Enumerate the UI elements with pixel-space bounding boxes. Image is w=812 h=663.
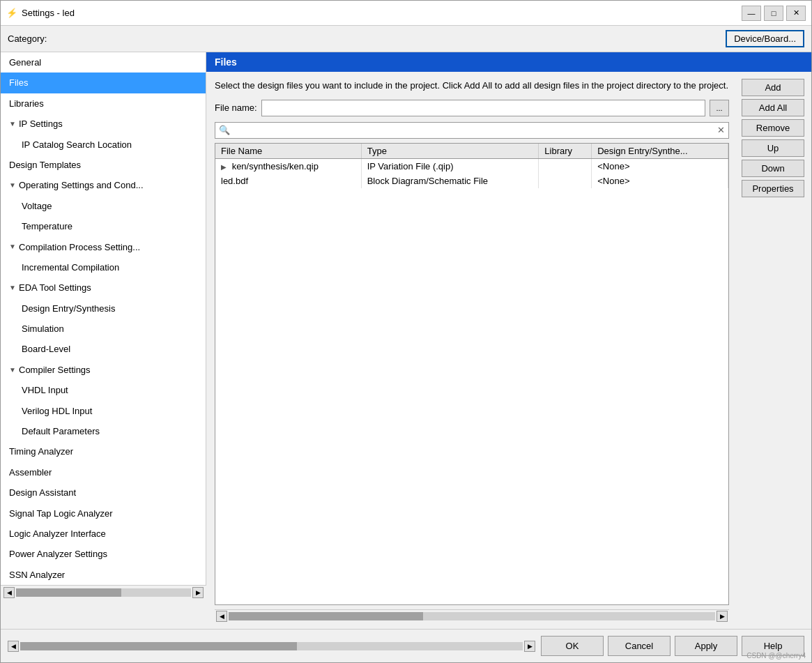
sidebar-scroll-thumb: [16, 588, 121, 597]
search-row: 🔍 ✕: [215, 122, 729, 139]
sidebar-scroll-right[interactable]: ▶: [192, 587, 204, 598]
sidebar-item-general[interactable]: General: [1, 52, 206, 73]
sidebar-bottom-scroll-right[interactable]: ▶: [524, 641, 535, 652]
table-row[interactable]: led.bdf Block Diagram/Schematic File <No…: [215, 174, 728, 188]
table-scroll-left[interactable]: ◀: [216, 611, 227, 622]
device-board-button[interactable]: Device/Board...: [726, 30, 804, 47]
sidebar-item-logic-analyzer[interactable]: Logic Analyzer Interface: [1, 524, 206, 544]
apply-button[interactable]: Apply: [675, 636, 737, 656]
app-icon: ⚡: [6, 8, 17, 19]
sidebar-item-design-entry[interactable]: Design Entry/Synthesis: [1, 298, 206, 319]
search-icon: 🔍: [219, 125, 230, 135]
file-name-input[interactable]: [261, 100, 705, 116]
sidebar-group-label-eda: EDA Tool Settings: [19, 280, 91, 296]
sidebar-group-ip-settings[interactable]: ▼ IP Settings: [1, 114, 206, 134]
panel-description: Select the design files you want to incl…: [215, 79, 729, 93]
top-bar: Category: Device/Board...: [1, 26, 811, 52]
window-controls: — □ ✕: [742, 6, 806, 21]
sidebar-item-vhdl[interactable]: VHDL Input: [1, 380, 206, 400]
cell-file-name-1: led.bdf: [215, 174, 361, 188]
right-panel: Files Select the design files you want t…: [206, 52, 811, 629]
table-scroll-right[interactable]: ▶: [717, 611, 728, 622]
panel-title: Files: [206, 52, 811, 72]
sidebar-group-label-ip: IP Settings: [19, 116, 63, 132]
file-name-row: File name: ...: [215, 100, 729, 116]
sidebar-group-compiler[interactable]: ▼ Compiler Settings: [1, 360, 206, 380]
sidebar-item-board-level[interactable]: Board-Level: [1, 339, 206, 359]
remove-button[interactable]: Remove: [742, 119, 804, 137]
sidebar-item-libraries[interactable]: Libraries: [1, 93, 206, 114]
sidebar-item-signal-tap[interactable]: Signal Tap Logic Analyzer: [1, 503, 206, 524]
sidebar-item-default-params[interactable]: Default Parameters: [1, 421, 206, 441]
sidebar-item-incremental[interactable]: Incremental Compilation: [1, 257, 206, 277]
row-expand-icon[interactable]: ▶: [221, 163, 227, 171]
cancel-button[interactable]: Cancel: [608, 636, 671, 656]
sidebar-group-eda[interactable]: ▼ EDA Tool Settings: [1, 277, 206, 298]
cell-file-name-0: ▶ ken/synthesis/ken.qip: [215, 158, 361, 174]
ok-button[interactable]: OK: [541, 636, 604, 656]
sidebar-bottom-thumb: [20, 642, 297, 650]
content-area: Category: Device/Board... General Files …: [1, 26, 811, 662]
browse-button[interactable]: ...: [710, 100, 729, 116]
table-scroll-track[interactable]: [229, 612, 715, 620]
sidebar-item-ssn-analyzer[interactable]: SSN Analyzer: [1, 565, 206, 585]
col-type: Type: [361, 144, 539, 159]
add-button[interactable]: Add: [742, 79, 804, 96]
sidebar-item-ip-catalog[interactable]: IP Catalog Search Location: [1, 135, 206, 155]
sidebar-item-design-templates[interactable]: Design Templates: [1, 155, 206, 175]
chevron-down-icon: ▼: [9, 118, 19, 130]
sidebar-item-assembler[interactable]: Assembler: [1, 462, 206, 482]
file-name-label: File name:: [215, 102, 257, 113]
chevron-down-icon-5: ▼: [9, 364, 19, 376]
add-all-button[interactable]: Add All: [742, 99, 804, 116]
sidebar-bottom-scroll-left[interactable]: ◀: [8, 641, 19, 652]
sidebar-item-design-assistant[interactable]: Design Assistant: [1, 482, 206, 503]
table-row[interactable]: ▶ ken/synthesis/ken.qip IP Variation Fil…: [215, 158, 728, 174]
minimize-button[interactable]: —: [742, 6, 761, 21]
chevron-down-icon-4: ▼: [9, 282, 19, 294]
chevron-down-icon-3: ▼: [9, 241, 19, 253]
sidebar-group-operating[interactable]: ▼ Operating Settings and Cond...: [1, 175, 206, 195]
sidebar-outer: General Files Libraries ▼ IP Settings IP…: [1, 52, 206, 629]
cell-design-1: <None>: [592, 174, 728, 188]
sidebar-item-files[interactable]: Files: [1, 73, 206, 93]
search-input[interactable]: [215, 122, 729, 139]
bottom-bar: ◀ ▶ OK Cancel Apply Help: [1, 629, 811, 662]
sidebar-scroll-track[interactable]: [16, 588, 191, 597]
category-label: Category:: [8, 33, 47, 44]
close-button[interactable]: ✕: [786, 6, 806, 21]
cell-type-1: Block Diagram/Schematic File: [361, 174, 539, 188]
properties-button[interactable]: Properties: [742, 180, 804, 197]
up-button[interactable]: Up: [742, 139, 804, 157]
clear-search-icon[interactable]: ✕: [717, 125, 725, 135]
sidebar-scroll-left[interactable]: ◀: [3, 587, 15, 598]
sidebar-bottom-track[interactable]: [20, 642, 523, 650]
watermark: CSDN @@cherry4: [746, 652, 806, 660]
file-table: File Name Type Library Design Entry/Synt…: [215, 144, 728, 188]
cell-library-0: [539, 158, 592, 174]
sidebar-item-verilog[interactable]: Verilog HDL Input: [1, 401, 206, 421]
sidebar-group-compilation[interactable]: ▼ Compilation Process Setting...: [1, 237, 206, 257]
col-library: Library: [539, 144, 592, 159]
sidebar-item-power-analyzer[interactable]: Power Analyzer Settings: [1, 544, 206, 564]
window-title: Settings - led: [22, 8, 742, 18]
sidebar-bottom-scrollbar: ◀ ▶: [8, 640, 535, 653]
panel-body: Select the design files you want to incl…: [206, 72, 737, 629]
panel-inner: Select the design files you want to incl…: [206, 72, 811, 629]
sidebar-group-label-compiler: Compiler Settings: [19, 362, 91, 378]
file-table-container[interactable]: File Name Type Library Design Entry/Synt…: [215, 143, 729, 606]
sidebar-item-temperature[interactable]: Temperature: [1, 216, 206, 236]
sidebar-item-simulation[interactable]: Simulation: [1, 319, 206, 339]
chevron-down-icon-2: ▼: [9, 179, 19, 192]
table-scrollbar: ◀ ▶: [215, 609, 729, 622]
cell-type-0: IP Variation File (.qip): [361, 158, 539, 174]
col-file-name: File Name: [215, 144, 361, 159]
side-buttons: Add Add All Remove Up Down Properties: [737, 72, 811, 629]
down-button[interactable]: Down: [742, 160, 804, 177]
sidebar-item-voltage[interactable]: Voltage: [1, 196, 206, 216]
table-header-row: File Name Type Library Design Entry/Synt…: [215, 144, 728, 159]
sidebar: General Files Libraries ▼ IP Settings IP…: [1, 52, 206, 585]
sidebar-item-timing[interactable]: Timing Analyzer: [1, 441, 206, 462]
table-scroll-thumb: [229, 612, 423, 620]
maximize-button[interactable]: □: [764, 6, 783, 21]
